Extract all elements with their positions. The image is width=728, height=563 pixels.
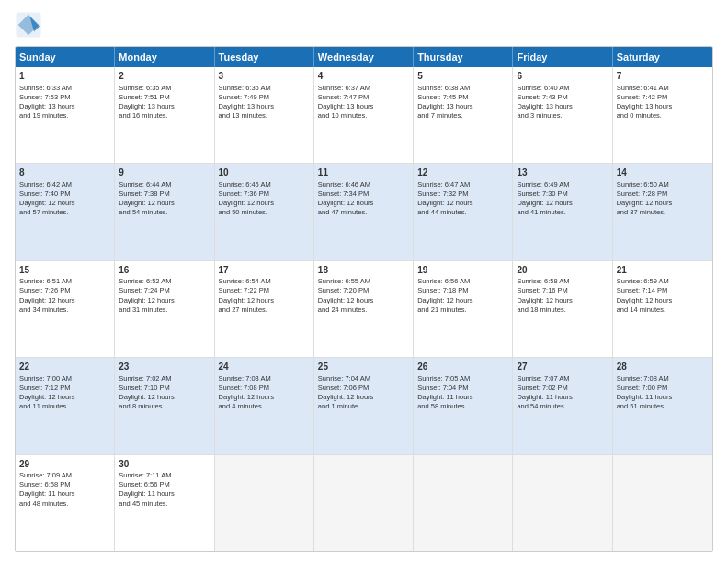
cal-cell: 23Sunrise: 7:02 AMSunset: 7:10 PMDayligh… [115,358,214,454]
cell-line: Sunset: 7:43 PM [517,93,608,102]
cal-cell: 16Sunrise: 6:52 AMSunset: 7:24 PMDayligh… [115,261,214,357]
cell-line: Sunset: 7:02 PM [517,384,608,393]
cell-line: Sunrise: 6:36 AM [219,84,310,93]
cell-line: Sunrise: 7:03 AM [219,374,310,384]
cal-header-cell-sunday: Sunday [16,47,115,67]
cell-line: Sunset: 7:08 PM [219,384,310,393]
cell-line: Daylight: 12 hours [219,199,310,208]
cell-line: and 1 minute. [318,402,409,411]
day-number: 3 [219,70,310,83]
cell-line: Sunset: 6:56 PM [119,480,210,489]
cell-line: and 27 minutes. [219,305,310,315]
cell-line: Sunset: 7:20 PM [318,286,409,295]
cell-line: Daylight: 12 hours [219,296,310,305]
cell-line: Sunset: 7:06 PM [318,384,409,393]
cell-line: Daylight: 12 hours [219,393,310,402]
cal-row-0: 1Sunrise: 6:33 AMSunset: 7:53 PMDaylight… [16,67,712,164]
cal-cell: 17Sunrise: 6:54 AMSunset: 7:22 PMDayligh… [215,261,314,357]
day-number: 25 [318,361,409,373]
cell-line: and 10 minutes. [318,111,409,121]
cal-cell [314,455,414,551]
cell-line: and 44 minutes. [417,208,508,217]
cal-cell: 14Sunrise: 6:50 AMSunset: 7:28 PMDayligh… [613,164,712,259]
cal-cell: 9Sunrise: 6:44 AMSunset: 7:38 PMDaylight… [115,164,214,259]
cal-header-cell-friday: Friday [513,47,612,67]
cell-line: Sunset: 7:26 PM [19,286,110,295]
cell-line: and 31 minutes. [119,305,210,315]
day-number: 11 [318,167,409,179]
day-number: 16 [119,264,210,277]
cal-header-cell-wednesday: Wednesday [314,47,414,67]
cell-line: Daylight: 13 hours [318,102,409,111]
cal-cell: 20Sunrise: 6:58 AMSunset: 7:16 PMDayligh… [513,261,612,357]
day-number: 27 [517,361,608,373]
cal-cell: 29Sunrise: 7:09 AMSunset: 6:58 PMDayligh… [16,455,115,551]
cell-line: Sunset: 7:18 PM [417,286,508,295]
cell-line: Daylight: 12 hours [19,393,110,402]
cal-cell: 6Sunrise: 6:40 AMSunset: 7:43 PMDaylight… [513,67,612,163]
cell-line: Sunrise: 6:42 AM [19,180,110,190]
cell-line: and 24 minutes. [318,305,409,315]
day-number: 28 [617,361,709,373]
day-number: 14 [617,167,709,179]
cell-line: and 4 minutes. [219,402,310,411]
cell-line: and 50 minutes. [219,208,310,217]
cell-line: Daylight: 11 hours [119,489,210,499]
cal-cell: 12Sunrise: 6:47 AMSunset: 7:32 PMDayligh… [414,164,513,259]
cell-line: Sunset: 7:53 PM [19,93,110,102]
day-number: 10 [219,167,310,179]
day-number: 18 [318,264,409,277]
cell-line: Daylight: 12 hours [119,393,210,402]
cell-line: Sunset: 7:45 PM [417,93,508,102]
cal-header-cell-tuesday: Tuesday [215,47,314,67]
cell-line: Sunset: 7:34 PM [318,190,409,199]
cell-line: Daylight: 13 hours [19,102,110,111]
cell-line: Sunset: 7:30 PM [517,190,608,199]
cell-line: Daylight: 13 hours [219,102,310,111]
cell-line: Daylight: 12 hours [617,199,709,208]
day-number: 23 [119,361,210,373]
cal-row-4: 29Sunrise: 7:09 AMSunset: 6:58 PMDayligh… [16,455,712,551]
cell-line: and 19 minutes. [19,111,110,121]
cell-line: Sunset: 7:10 PM [119,384,210,393]
cell-line: Sunrise: 6:37 AM [318,84,409,93]
day-number: 8 [19,167,110,179]
cell-line: Sunrise: 7:08 AM [617,374,709,384]
cell-line: Sunrise: 6:55 AM [318,277,409,286]
cell-line: and 11 minutes. [19,402,110,411]
cal-cell: 5Sunrise: 6:38 AMSunset: 7:45 PMDaylight… [414,67,513,163]
cell-line: Daylight: 12 hours [318,296,409,305]
cal-header-cell-monday: Monday [115,47,214,67]
cal-cell: 3Sunrise: 6:36 AMSunset: 7:49 PMDaylight… [215,67,314,163]
cell-line: and 8 minutes. [119,402,210,411]
day-number: 2 [119,70,210,83]
cal-cell: 27Sunrise: 7:07 AMSunset: 7:02 PMDayligh… [513,358,612,454]
cal-cell: 19Sunrise: 6:56 AMSunset: 7:18 PMDayligh… [414,261,513,357]
day-number: 7 [617,70,709,83]
day-number: 20 [517,264,608,277]
cell-line: Sunset: 7:49 PM [219,93,310,102]
cell-line: Daylight: 11 hours [417,393,508,402]
cell-line: Sunrise: 7:02 AM [119,374,210,384]
cell-line: Sunrise: 6:52 AM [119,277,210,286]
cell-line: and 18 minutes. [517,305,608,315]
day-number: 15 [19,264,110,277]
calendar: SundayMondayTuesdayWednesdayThursdayFrid… [15,46,713,552]
cell-line: and 13 minutes. [219,111,310,121]
day-number: 19 [417,264,508,277]
cell-line: and 3 minutes. [517,111,608,121]
cell-line: Sunrise: 7:11 AM [119,471,210,480]
cal-cell: 7Sunrise: 6:41 AMSunset: 7:42 PMDaylight… [613,67,712,163]
cell-line: Sunset: 7:40 PM [19,190,110,199]
cell-line: Daylight: 12 hours [517,296,608,305]
cell-line: and 14 minutes. [617,305,709,315]
cell-line: Sunrise: 6:46 AM [318,180,409,190]
day-number: 13 [517,167,608,179]
calendar-header: SundayMondayTuesdayWednesdayThursdayFrid… [16,47,712,67]
day-number: 21 [617,264,709,277]
logo-icon [15,11,42,39]
cell-line: Sunrise: 6:59 AM [617,277,709,286]
cal-cell: 22Sunrise: 7:00 AMSunset: 7:12 PMDayligh… [16,358,115,454]
cell-line: Sunset: 7:47 PM [318,93,409,102]
cell-line: Sunrise: 6:45 AM [219,180,310,190]
